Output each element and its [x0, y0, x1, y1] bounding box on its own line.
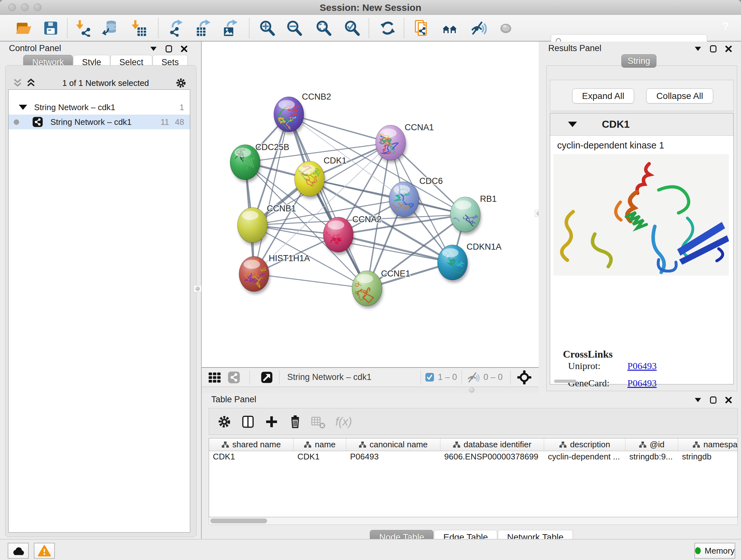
crosslink-link[interactable]: P06493 [627, 378, 657, 388]
float-panel-icon[interactable] [709, 45, 718, 53]
hide-selected-button[interactable] [469, 19, 487, 37]
crosslinks-heading: CrossLinks [563, 348, 613, 360]
column-header-sharedname[interactable]: shared name [209, 438, 293, 451]
expand-all-icon[interactable] [25, 78, 37, 88]
zoom-selected-button[interactable] [343, 19, 361, 37]
refresh-button[interactable] [379, 19, 397, 37]
float-panel-icon[interactable] [709, 396, 718, 404]
expand-all-button[interactable]: Expand All [572, 88, 634, 104]
import-network-button[interactable] [74, 19, 91, 37]
table-cell[interactable]: CDK1 [209, 451, 293, 462]
panel-menu-icon[interactable] [149, 45, 158, 53]
gene-entry-header[interactable]: CDK1 [550, 113, 733, 136]
show-all-button[interactable] [497, 19, 515, 37]
import-network-icon [74, 19, 91, 37]
zoom-out-button[interactable] [285, 19, 303, 37]
column-header-databaseidentifier[interactable]: database identifier [441, 438, 544, 451]
open-session-button[interactable] [15, 19, 32, 37]
column-type-icon [304, 441, 312, 448]
svg-text:f(x): f(x) [335, 415, 352, 428]
export-network-button[interactable] [167, 19, 185, 37]
table-hscrollbar[interactable] [209, 517, 738, 525]
edge-CCNE1-HIST1H1A[interactable] [254, 274, 367, 288]
export-image-button[interactable] [221, 19, 239, 37]
network-name: String Network – cdk1 [34, 103, 180, 112]
import-database-button[interactable] [101, 19, 119, 37]
selected-nodes-checkbox[interactable] [425, 373, 434, 381]
panel-menu-icon[interactable] [694, 396, 702, 404]
string-network-icon [32, 116, 44, 128]
results-scrollbar-thumb[interactable] [554, 380, 576, 383]
edge-CCNA2-CDKN1A[interactable] [338, 235, 453, 262]
status-bar: Memory [0, 539, 741, 560]
network-name: String Network – cdk1 [51, 117, 160, 127]
show-columns-icon[interactable] [240, 414, 256, 429]
table-body: CDK1CDK1P064939606.ENSP00000378699cyclin… [209, 451, 738, 462]
splitter-handle[interactable] [469, 387, 475, 393]
node-label-CDC6: CDC6 [419, 176, 443, 186]
column-header-id[interactable]: @id [625, 438, 678, 451]
export-table-button[interactable] [194, 19, 212, 37]
crosslink-label: GeneCard: [568, 378, 627, 388]
locate-crosshair-icon[interactable] [517, 370, 532, 385]
document-share-button[interactable] [413, 19, 431, 37]
table-hscrollbar-thumb[interactable] [210, 518, 267, 523]
network-selection-status: 1 of 1 Network selected [37, 78, 175, 88]
node-label-CDKN1A: CDKN1A [467, 242, 502, 252]
column-header-description[interactable]: description [544, 438, 625, 451]
column-header-name[interactable]: name [293, 438, 346, 451]
help-button[interactable]: ? [717, 17, 735, 35]
column-header-canonicalname[interactable]: canonical name [346, 438, 441, 451]
detach-view-icon[interactable] [260, 371, 273, 384]
expander-caret-icon[interactable] [19, 105, 27, 110]
table-cell[interactable]: CDK1 [293, 451, 346, 462]
birdseye-grid-icon[interactable] [207, 370, 222, 385]
eye-slash-icon [469, 19, 487, 37]
panel-menu-icon[interactable] [694, 45, 702, 53]
cloud-button[interactable] [8, 543, 29, 559]
toolbar-separator [158, 18, 158, 38]
zoom-in-button[interactable] [258, 19, 276, 37]
crosslink-link[interactable]: P06493 [627, 361, 657, 371]
table-cell[interactable]: 9606.ENSP00000378699 [441, 451, 544, 462]
document-share-icon [413, 19, 430, 37]
save-session-button[interactable] [42, 19, 60, 37]
column-header-namespace[interactable]: namespace [678, 438, 738, 451]
control-panel-title: Control Panel [9, 44, 61, 53]
network-tree-row[interactable]: String Network – cdk11148 [9, 115, 190, 129]
warning-icon [38, 545, 51, 557]
table-cell[interactable]: stringdb [678, 451, 738, 462]
close-panel-icon[interactable] [724, 45, 733, 53]
table-cell[interactable]: stringdb:9... [625, 451, 678, 462]
collapse-all-button[interactable]: Collapse All [646, 88, 713, 104]
zoom-fit-button[interactable] [315, 19, 333, 37]
network-tree-row[interactable]: String Network – cdk11 [9, 100, 190, 115]
left-splitter-handle[interactable] [194, 285, 201, 292]
delete-column-trash-icon[interactable] [287, 414, 303, 429]
table-cell[interactable]: P06493 [346, 451, 441, 462]
houses-button[interactable] [441, 19, 459, 37]
warnings-button[interactable] [34, 543, 55, 559]
column-type-icon [559, 441, 567, 448]
collapse-caret-icon[interactable] [568, 122, 577, 127]
function-builder-icon: f(x) [333, 414, 356, 429]
selected-count: 1 – 0 [438, 372, 457, 382]
table-row[interactable]: CDK1CDK1P064939606.ENSP00000378699cyclin… [209, 451, 738, 462]
add-column-icon[interactable] [264, 414, 279, 429]
table-settings-gear-icon[interactable] [217, 414, 232, 429]
gear-icon[interactable] [175, 77, 187, 89]
gene-description: cyclin-dependent kinase 1 [557, 140, 664, 151]
close-panel-icon[interactable] [724, 396, 733, 404]
network-graph[interactable]: CCNB2CCNA1CDC25BCDK1CDC6RB1CCNB1CCNA2CDK… [202, 42, 539, 368]
network-view[interactable]: CCNB2CCNA1CDC25BCDK1CDC6RB1CCNB1CCNA2CDK… [202, 42, 539, 368]
edge-CCNB2-HIST1H1A[interactable] [254, 114, 289, 274]
float-panel-icon[interactable] [165, 45, 173, 53]
import-table-button[interactable] [129, 19, 147, 37]
network-overview-icon[interactable] [227, 371, 241, 384]
collapse-all-icon[interactable] [12, 78, 23, 88]
table-cell[interactable]: cyclin-dependent ... [544, 451, 625, 462]
close-panel-icon[interactable] [180, 45, 188, 53]
memory-button[interactable]: Memory [694, 543, 735, 559]
tab-string[interactable]: String [621, 54, 657, 68]
open-folder-icon [15, 19, 32, 37]
